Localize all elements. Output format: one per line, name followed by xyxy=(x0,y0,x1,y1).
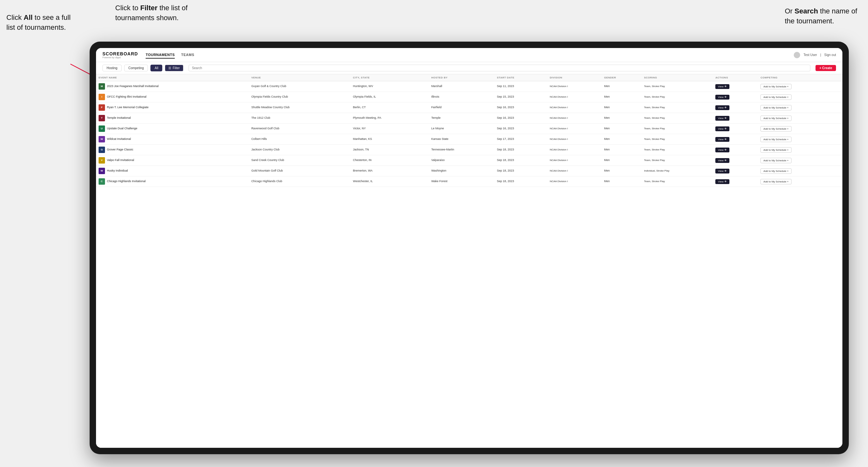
add-schedule-button[interactable]: Add to My Schedule + xyxy=(761,126,792,131)
event-name-text: 2023 Joe Feaganes Marshall Invitational xyxy=(107,85,159,88)
start-date-cell: Sep 16, 2023 xyxy=(495,124,547,134)
add-schedule-button[interactable]: Add to My Schedule + xyxy=(761,137,792,142)
col-city-state: CITY, STATE xyxy=(350,74,429,81)
scoring-cell: Team, Stroke Play xyxy=(642,176,713,187)
team-logo: U xyxy=(99,125,105,132)
app-header: SCOREBOARD Powered by clippd TOURNAMENTS… xyxy=(96,48,842,62)
view-button[interactable]: View 👁 xyxy=(715,137,730,142)
event-name-cell: V Valpo Fall Invitational xyxy=(96,155,249,166)
event-name-text: Chicago Highlands Invitational xyxy=(107,180,146,183)
add-schedule-button[interactable]: Add to My Schedule + xyxy=(761,84,792,89)
view-button[interactable]: View 👁 xyxy=(715,126,730,131)
scoring-cell: Team, Stroke Play xyxy=(642,102,713,113)
eye-icon: 👁 xyxy=(724,169,727,173)
add-schedule-button[interactable]: Add to My Schedule + xyxy=(761,179,792,184)
event-name-text: Wildcat Invitational xyxy=(107,137,131,141)
col-hosted-by: HOSTED BY xyxy=(429,74,494,81)
venue-cell: The 1912 Club xyxy=(249,113,350,124)
venue-cell: Gold Mountain Golf Club xyxy=(249,166,350,176)
city-state-cell: Victor, NY xyxy=(350,124,429,134)
venue-cell: Shuttle Meadow Country Club xyxy=(249,102,350,113)
table-header-row: EVENT NAME VENUE CITY, STATE HOSTED BY S… xyxy=(96,74,842,81)
all-tab[interactable]: All xyxy=(150,65,162,71)
gender-cell: Men xyxy=(602,92,642,102)
annotation-topleft: Click All to see a full list of tourname… xyxy=(6,13,77,33)
actions-cell: View 👁 xyxy=(713,155,758,166)
competing-cell: Add to My Schedule + xyxy=(758,176,842,187)
venue-cell: Chicago Highlands Club xyxy=(249,176,350,187)
team-logo: W xyxy=(99,136,105,143)
logo-area: SCOREBOARD Powered by clippd xyxy=(102,51,138,59)
actions-cell: View 👁 xyxy=(713,92,758,102)
search-input[interactable] xyxy=(188,65,811,71)
tournaments-table: EVENT NAME VENUE CITY, STATE HOSTED BY S… xyxy=(96,74,842,187)
eye-icon: 👁 xyxy=(724,138,727,141)
add-schedule-button[interactable]: Add to My Schedule + xyxy=(761,105,792,111)
competing-cell: Add to My Schedule + xyxy=(758,102,842,113)
actions-cell: View 👁 xyxy=(713,176,758,187)
competing-tab[interactable]: Competing xyxy=(124,65,148,71)
add-schedule-button[interactable]: Add to My Schedule + xyxy=(761,158,792,163)
start-date-cell: Sep 16, 2023 xyxy=(495,113,547,124)
view-button[interactable]: View 👁 xyxy=(715,95,730,99)
view-button[interactable]: View 👁 xyxy=(715,116,730,121)
actions-cell: View 👁 xyxy=(713,81,758,92)
table-body: M 2023 Joe Feaganes Marshall Invitationa… xyxy=(96,81,842,187)
nav-tab-teams[interactable]: TEAMS xyxy=(181,52,194,59)
table-row: W Husky Individual Gold Mountain Golf Cl… xyxy=(96,166,842,176)
eye-icon: 👁 xyxy=(724,159,727,162)
event-name-text: Husky Individual xyxy=(107,169,128,173)
view-button[interactable]: View 👁 xyxy=(715,105,730,110)
division-cell: NCAA Division I xyxy=(547,134,602,145)
event-name-cell: C Chicago Highlands Invitational xyxy=(96,176,249,187)
division-cell: NCAA Division I xyxy=(547,102,602,113)
hosted-by-cell: Kansas State xyxy=(429,134,494,145)
filter-button[interactable]: ☰ Filter xyxy=(165,65,183,71)
actions-cell: View 👁 xyxy=(713,113,758,124)
add-schedule-button[interactable]: Add to My Schedule + xyxy=(761,94,792,100)
nav-tab-tournaments[interactable]: TOURNAMENTS xyxy=(146,52,175,59)
col-event-name: EVENT NAME xyxy=(96,74,249,81)
view-button[interactable]: View 👁 xyxy=(715,158,730,163)
eye-icon: 👁 xyxy=(724,117,727,120)
sign-out-link[interactable]: Sign out xyxy=(824,53,836,57)
header-right: Test User | Sign out xyxy=(794,52,836,58)
nav-tabs: TOURNAMENTS TEAMS xyxy=(146,52,794,59)
hosted-by-cell: Wake Forest xyxy=(429,176,494,187)
scoring-cell: Individual, Stroke Play xyxy=(642,166,713,176)
hosted-by-cell: Le Moyne xyxy=(429,124,494,134)
annotation-topright: Or Search the name of the tournament. xyxy=(785,6,862,26)
scoring-cell: Team, Stroke Play xyxy=(642,92,713,102)
scoring-cell: Team, Stroke Play xyxy=(642,124,713,134)
team-logo: C xyxy=(99,178,105,185)
venue-cell: Colbert Hills xyxy=(249,134,350,145)
event-name-cell: T Temple Invitational xyxy=(96,113,249,124)
event-name-cell: I OFCC Fighting Illini Invitational xyxy=(96,92,249,102)
competing-cell: Add to My Schedule + xyxy=(758,155,842,166)
add-schedule-button[interactable]: Add to My Schedule + xyxy=(761,116,792,121)
add-schedule-button[interactable]: Add to My Schedule + xyxy=(761,168,792,174)
start-date-cell: Sep 18, 2023 xyxy=(495,176,547,187)
team-logo: G xyxy=(99,147,105,153)
create-button[interactable]: + Create xyxy=(815,65,836,71)
table-row: W Wildcat Invitational Colbert Hills Man… xyxy=(96,134,842,145)
venue-cell: Sand Creek Country Club xyxy=(249,155,350,166)
view-button[interactable]: View 👁 xyxy=(715,84,730,89)
view-button[interactable]: View 👁 xyxy=(715,179,730,184)
view-button[interactable]: View 👁 xyxy=(715,169,730,174)
col-start-date: START DATE xyxy=(495,74,547,81)
gender-cell: Men xyxy=(602,102,642,113)
hosting-tab[interactable]: Hosting xyxy=(102,65,122,71)
hosted-by-cell: Valparaiso xyxy=(429,155,494,166)
add-schedule-button[interactable]: Add to My Schedule + xyxy=(761,147,792,153)
team-logo: F xyxy=(99,104,105,111)
col-venue: VENUE xyxy=(249,74,350,81)
tablet-screen: SCOREBOARD Powered by clippd TOURNAMENTS… xyxy=(96,48,842,448)
hosted-by-cell: Washington xyxy=(429,166,494,176)
view-button[interactable]: View 👁 xyxy=(715,148,730,152)
filter-icon: ☰ xyxy=(168,66,171,70)
tablet-frame: SCOREBOARD Powered by clippd TOURNAMENTS… xyxy=(90,41,849,454)
event-name-text: Ryan T. Lee Memorial Collegiate xyxy=(107,105,149,110)
competing-cell: Add to My Schedule + xyxy=(758,92,842,102)
competing-cell: Add to My Schedule + xyxy=(758,113,842,124)
